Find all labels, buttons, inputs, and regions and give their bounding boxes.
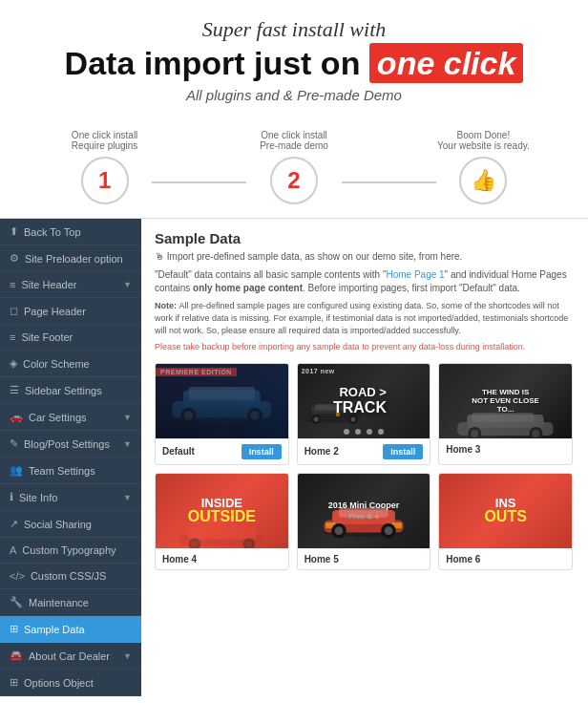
sidebar-item-site-header[interactable]: ≡ Site Header ▼ [0, 272, 141, 298]
sidebar-label-site-header: Site Header [21, 279, 76, 290]
sample-data-icon: ⊞ [10, 623, 18, 635]
sidebar-item-team[interactable]: 👥 Team Settings [0, 458, 141, 484]
svg-rect-25 [188, 526, 256, 538]
demo-name-home3: Home 3 [446, 444, 480, 455]
sidebar-item-typography[interactable]: A Custom Typography [0, 538, 141, 564]
sidebar-item-page-header[interactable]: ◻ Page Header [0, 298, 141, 325]
sidebar-settings-icon: ☰ [10, 384, 19, 396]
sidebar-item-blog[interactable]: ✎ Blog/Post Settings ▼ [0, 431, 141, 458]
team-icon: 👥 [10, 464, 23, 477]
demo-thumb-default: PREMIERE EDITION [156, 364, 288, 438]
sidebar-item-about[interactable]: 🚘 About Car Dealer ▼ [0, 643, 141, 670]
sidebar-item-css-js[interactable]: </> Custom CSS/JS [0, 564, 141, 589]
sidebar-label-site-footer: Site Footer [21, 331, 73, 343]
subtitle: All plugins and & Pre-made Demo [19, 87, 569, 103]
demo-card-home3: THE WIND ISNOT EVEN CLOSETO... Home 3 [438, 363, 573, 465]
typography-icon: A [10, 544, 16, 556]
year-badge: 2017 new [302, 368, 335, 374]
demo-name-home6: Home 6 [446, 554, 480, 564]
sidebar-label-page-header: Page Header [24, 306, 86, 317]
demo-footer-home5: Home 5 [298, 548, 430, 569]
top-section: Super fast install with Data import just… [0, 0, 588, 130]
page-header-icon: ◻ [10, 305, 18, 317]
steps-row: One click install Require plugins 1 One … [0, 130, 588, 218]
sidebar-label-sidebar-settings: Sidebar Settings [25, 385, 102, 396]
demo-card-home2: 2017 new ROAD > TRACK [297, 363, 431, 465]
home-page-link[interactable]: Home Page 1 [386, 269, 444, 280]
outs-text: OUTS [484, 509, 526, 524]
sidebar-label-color-scheme: Color Scheme [23, 358, 90, 370]
main-content: ⬆ Back To Top ⚙ Site Preloader option ≡ … [0, 218, 588, 696]
sidebar-label-social: Social Sharing [24, 519, 92, 530]
demo-footer-default: Default Install [156, 438, 288, 464]
sidebar-item-car-settings[interactable]: 🚗 Car Settings ▼ [0, 404, 141, 431]
svg-point-27 [191, 541, 198, 547]
car-settings-icon: 🚗 [10, 411, 23, 423]
step-3: Boom Done! Your website is ready. 👍 [436, 130, 531, 204]
mini-cooper-text: 2016 Mini Cooper Free & 4 [328, 500, 400, 522]
demo-footer-home4: Home 4 [156, 548, 288, 569]
sample-data-note-desc: "Default" data contains all basic sample… [155, 268, 575, 295]
svg-point-21 [472, 430, 479, 437]
sidebar-item-options[interactable]: ⊞ Options Object [0, 670, 141, 696]
demo-name-home5: Home 5 [304, 554, 339, 564]
mouse-icon: 🖱 [155, 251, 164, 262]
sidebar-item-sample-data[interactable]: ⊞ Sample Data [0, 616, 141, 643]
dot-4 [378, 429, 384, 435]
sidebar-item-back-to-top[interactable]: ⬆ Back To Top [0, 219, 141, 245]
demo-card-default: PREMIERE EDITION Default [155, 363, 289, 465]
css-js-icon: </> [10, 570, 25, 582]
sidebar-label-site-info: Site Info [19, 492, 57, 503]
demo-thumb-home4: INSIDE OUTSIDE [156, 474, 288, 548]
sidebar-label-preloader: Site Preloader option [25, 253, 123, 265]
sidebar-label-maintenance: Maintenance [29, 597, 89, 608]
demo-thumb-home6: INS OUTS [439, 474, 572, 548]
sidebar-label-car-settings: Car Settings [29, 412, 87, 423]
inside-outside-text-6: INS OUTS [484, 497, 526, 524]
step-2-label: One click install Pre-made demo [260, 130, 328, 151]
main-title: Data import just on one click [19, 46, 569, 81]
sidebar-item-site-info[interactable]: ℹ Site Info ▼ [0, 484, 141, 511]
svg-point-37 [335, 527, 344, 536]
sidebar-label-sample-data: Sample Data [24, 624, 85, 635]
step-connector-1 [152, 181, 246, 183]
blog-icon: ✎ [10, 437, 18, 450]
sidebar-label-options: Options Object [24, 677, 94, 689]
sample-data-warning: Please take backup before importing any … [155, 341, 575, 353]
install-btn-home2[interactable]: Install [383, 444, 423, 459]
note-body-text: All pre-defined sample pages are configu… [155, 301, 568, 334]
sidebar-label-team: Team Settings [29, 465, 95, 477]
site-info-arrow: ▼ [123, 493, 132, 502]
sidebar-label-back-to-top: Back To Top [24, 226, 81, 238]
demo-card-home6: INS OUTS Home 6 [438, 473, 573, 570]
sidebar-item-maintenance[interactable]: 🔧 Maintenance [0, 589, 141, 616]
road-text: ROAD > [333, 386, 387, 399]
step-2: One click install Pre-made demo 2 [246, 130, 341, 204]
dot-2 [355, 429, 361, 435]
mini-cooper-price: Free & 4 [348, 512, 379, 521]
svg-point-16 [350, 416, 355, 421]
dot-3 [367, 429, 372, 435]
sidebar-item-social[interactable]: ↗ Social Sharing [0, 511, 141, 538]
sidebar-item-sidebar-settings[interactable]: ☰ Sidebar Settings [0, 377, 141, 404]
track-text: TRACK [333, 399, 387, 416]
sidebar-label-typography: Custom Typography [22, 544, 116, 556]
preloader-icon: ⚙ [10, 252, 19, 265]
content-panel: Sample Data 🖱 Import pre-defined sample … [141, 219, 588, 696]
sidebar-item-color-scheme[interactable]: ◈ Color Scheme [0, 351, 141, 377]
sidebar-item-preloader[interactable]: ⚙ Site Preloader option [0, 245, 141, 272]
road-track-text: ROAD > TRACK [333, 386, 394, 416]
wind-text: THE WIND ISNOT EVEN CLOSETO... [468, 384, 543, 417]
sidebar-item-site-footer[interactable]: ≡ Site Footer [0, 325, 141, 351]
note-label: Note: [155, 301, 179, 310]
step-1: One click install Require plugins 1 [57, 130, 152, 204]
icon-row-home2 [298, 429, 430, 435]
sample-data-note: Note: All pre-defined sample pages are c… [155, 300, 575, 336]
step-2-circle: 2 [270, 157, 318, 204]
site-footer-icon: ≡ [10, 331, 15, 343]
demo-thumb-home3: THE WIND ISNOT EVEN CLOSETO... [439, 364, 572, 438]
step-connector-2 [342, 181, 436, 183]
demo-card-home5: 2016 Mini Cooper Free & 4 [297, 473, 431, 570]
site-info-icon: ℹ [10, 491, 13, 503]
install-btn-default[interactable]: Install [242, 444, 282, 459]
